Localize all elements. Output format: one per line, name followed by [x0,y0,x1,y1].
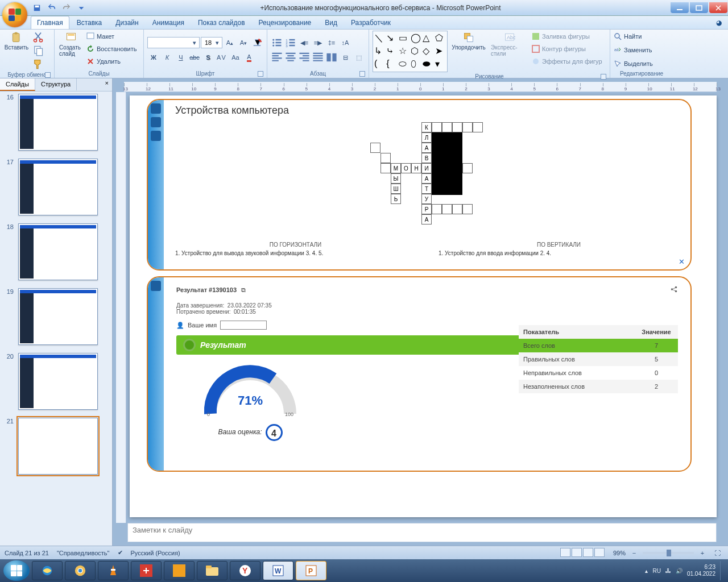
change-case[interactable]: Aa [229,51,242,64]
replace-button[interactable]: abЗаменить [614,44,652,56]
taskbar-app1[interactable] [131,561,162,580]
quick-undo[interactable] [46,2,58,14]
char-spacing[interactable]: AV [216,51,228,64]
underline-button[interactable]: Ч [175,51,187,64]
panel-tab-slides[interactable]: Слайды [0,78,35,91]
zoom-slider[interactable] [643,552,694,554]
shape-fill-button[interactable]: Заливка фигуры [532,31,602,42]
indent-dec[interactable]: ◀≡ [298,36,311,49]
columns-button[interactable] [325,51,338,64]
tray-volume-icon[interactable]: 🔊 [676,568,682,574]
find-button[interactable]: Найти [614,31,642,42]
tab-home[interactable]: Главная [31,16,69,29]
tray-network-icon[interactable]: 🖧 [665,568,671,574]
align-right[interactable] [298,51,311,64]
font-dialog[interactable] [258,71,263,77]
copy-button[interactable] [32,44,44,57]
align-left[interactable] [271,51,283,64]
taskbar-yandex[interactable]: Y [230,561,260,580]
taskbar-app2[interactable] [164,561,195,580]
tab-developer[interactable]: Разработчик [345,16,397,29]
cut-button[interactable] [32,31,44,43]
thumb-17[interactable] [18,159,98,215]
tray-expand[interactable]: ▴ [645,568,648,574]
taskbar-chrome[interactable] [65,561,96,580]
bold-button[interactable]: Ж [147,51,160,64]
taskbar-ie[interactable] [32,561,63,580]
window-maximize[interactable] [690,2,708,13]
thumb-20[interactable] [18,353,98,410]
strike-button[interactable]: abc [188,51,201,64]
bullets-button[interactable] [271,36,283,49]
align-justify[interactable] [312,51,324,64]
reset-button[interactable]: Восстановить [86,43,140,55]
slide-canvas[interactable]: ✕ Устройства компьютера К Л А В И А Т [130,95,717,517]
shape-outline-button[interactable]: Контур фигуры [532,43,602,55]
fit-window[interactable]: ⛶ [711,547,723,559]
format-painter-button[interactable] [32,58,44,70]
tab-design[interactable]: Дизайн [109,16,144,29]
paste-button[interactable]: Вставить [3,31,30,52]
indent-inc[interactable]: ≡▶ [312,36,324,49]
select-button[interactable]: Выделить [614,58,653,69]
tab-insert[interactable]: Вставка [71,16,109,29]
shapes-gallery[interactable]: ＼↘▭◯△⬠ ↳⤷☆⬡◇➤ ({⬭⬯⬬▾ [373,31,448,72]
shrink-font[interactable]: A▾ [237,36,250,49]
delete-button[interactable]: Удалить [86,56,140,67]
quick-styles-button[interactable]: Abc Экспресс-стили [490,31,530,58]
tab-animation[interactable]: Анимация [146,16,191,29]
show-desktop[interactable] [720,561,725,580]
tbl-h1: Показатель [523,329,639,335]
clipboard-dialog[interactable] [45,72,51,78]
office-button[interactable] [2,2,27,27]
thumb-21[interactable] [18,418,98,475]
window-close[interactable] [709,2,727,13]
taskbar-explorer[interactable] [197,561,228,580]
view-buttons[interactable] [560,548,605,558]
new-slide-button[interactable]: Создать слайд [58,31,84,58]
tab-review[interactable]: Рецензирование [253,16,318,29]
quick-customize[interactable] [75,2,88,14]
spell-icon[interactable]: ✔ [118,549,123,556]
font-family-select[interactable]: ▾ [147,37,200,48]
tab-slideshow[interactable]: Показ слайдов [192,16,251,29]
drawing-dialog[interactable] [601,74,606,80]
name-input[interactable] [220,321,267,330]
thumb-18[interactable] [18,223,98,280]
quick-redo[interactable] [60,2,73,14]
taskbar-powerpoint[interactable]: P [296,561,326,580]
shadow-button[interactable]: S [202,51,214,64]
zoom-out[interactable]: − [628,547,640,559]
help-button[interactable]: ◕ [710,16,728,29]
paragraph-dialog[interactable] [359,71,365,77]
clear-format[interactable] [251,36,263,49]
notes-pane[interactable]: Заметки к слайду [127,523,717,542]
align-center[interactable] [284,51,297,64]
start-button[interactable] [3,560,30,581]
numbering-button[interactable]: 123 [284,36,297,49]
align-text-button[interactable]: ⊟ [339,51,351,64]
window-minimize[interactable] [671,2,689,13]
zoom-in[interactable]: + [696,547,709,559]
grow-font[interactable]: A▴ [224,36,236,49]
arrange-button[interactable]: Упорядочить [450,31,487,52]
text-direction[interactable]: ↕A [339,36,351,49]
tray-clock[interactable]: 6:23 01.04.2022 [687,564,715,577]
thumb-16[interactable] [18,94,98,151]
line-spacing[interactable]: ‡≡ [325,36,338,49]
panel-tab-outline[interactable]: Структура [35,78,77,91]
italic-button[interactable]: К [161,51,173,64]
smartart-convert[interactable]: ⬚ [353,51,365,64]
status-lang[interactable]: Русский (Россия) [131,550,180,556]
font-color[interactable]: A [243,51,255,64]
tray-lang[interactable]: RU [652,568,660,574]
font-size-select[interactable]: 18▾ [201,37,222,48]
panel-close[interactable]: × [102,78,112,91]
shape-effects-button[interactable]: Эффекты для фигур [532,56,602,67]
quick-save[interactable] [31,2,43,14]
taskbar-vlc[interactable] [98,561,129,580]
taskbar-word[interactable]: W [263,561,293,580]
tab-view[interactable]: Вид [318,16,344,29]
layout-button[interactable]: Макет [86,31,140,42]
thumb-19[interactable] [18,288,98,345]
